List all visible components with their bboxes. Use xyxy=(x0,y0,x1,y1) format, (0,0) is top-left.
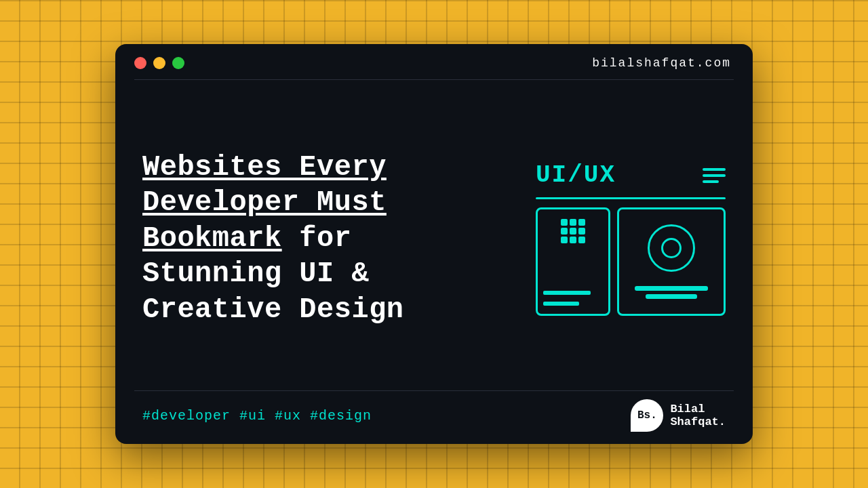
brand-name-line2: Shafqat. xyxy=(670,415,726,428)
mockup-panels xyxy=(536,207,726,316)
close-icon[interactable] xyxy=(134,57,146,69)
minimize-icon[interactable] xyxy=(153,57,165,69)
headline-line3-part2: for xyxy=(282,222,352,255)
headline: Websites Every Developer Must Bookmark f… xyxy=(142,150,522,328)
traffic-lights xyxy=(134,57,184,69)
right-panel xyxy=(617,207,726,316)
browser-card: bilalshafqat.com Websites Every Develope… xyxy=(115,44,753,444)
dot-grid xyxy=(561,219,585,243)
headline-line2: Developer Must xyxy=(142,186,387,219)
left-panel xyxy=(536,207,610,316)
ui-divider-line xyxy=(536,197,726,199)
headline-line3-part1: Bookmark xyxy=(142,222,282,255)
ui-ux-label: UI/UX xyxy=(536,161,616,189)
headline-line1: Websites Every xyxy=(142,151,387,184)
maximize-icon[interactable] xyxy=(172,57,184,69)
hamburger-icon xyxy=(703,168,726,183)
avatar-circle-inner xyxy=(661,238,682,258)
brand: Bs. Bilal Shafqat. xyxy=(631,399,726,432)
text-section: Websites Every Developer Must Bookmark f… xyxy=(142,150,522,328)
site-url: bilalshafqat.com xyxy=(592,56,731,70)
titlebar: bilalshafqat.com xyxy=(115,44,753,79)
avatar-circle xyxy=(648,224,695,272)
headline-line5: Creative Design xyxy=(142,293,404,326)
brand-icon: Bs. xyxy=(631,399,663,432)
ui-illustration: UI/UX xyxy=(536,161,726,316)
brand-name-line1: Bilal xyxy=(670,403,726,415)
ui-header: UI/UX xyxy=(536,161,726,189)
headline-line4: Stunning UI & xyxy=(142,258,369,290)
brand-text: Bilal Shafqat. xyxy=(670,403,726,428)
footer: #developer #ui #ux #design Bs. Bilal Sha… xyxy=(115,391,753,444)
main-content: Websites Every Developer Must Bookmark f… xyxy=(115,80,753,390)
profile-lines xyxy=(635,286,707,299)
hashtags: #developer #ui #ux #design xyxy=(142,408,372,424)
